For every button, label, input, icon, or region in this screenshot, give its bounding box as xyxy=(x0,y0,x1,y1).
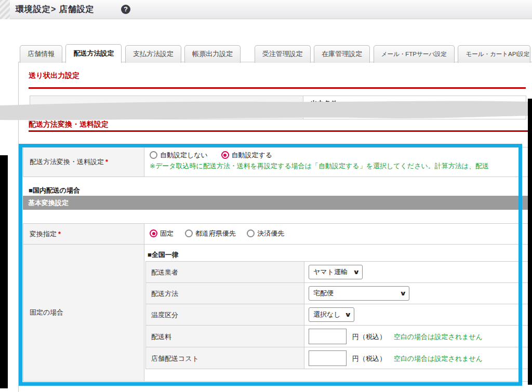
shipping-method-label-cell: 配送方法 xyxy=(145,282,304,304)
conversion-type-label-cell: 変換指定* xyxy=(23,223,144,245)
shipping-fee-value-cell: 円（税込） 空白の場合は設定されません xyxy=(304,325,528,347)
prefecture-priority-label: 都道府県優先 xyxy=(195,229,236,237)
tab-order-management[interactable]: 受注管理設定 xyxy=(255,45,311,63)
tab-store-info[interactable]: 店舗情報 xyxy=(20,45,62,63)
fixed-case-label: 固定の場合 xyxy=(30,308,63,317)
page-title: 環境設定> 店舗設定 xyxy=(16,4,95,15)
shipping-method-value-cell: 宅配便 ∨ xyxy=(304,282,528,304)
tab-mall-cart-api[interactable]: モール・カートAPI設定 xyxy=(458,45,530,63)
help-icon[interactable]: ? xyxy=(121,5,130,14)
shipping-conversion-label-cell: 配送方法変換・送料設定* xyxy=(23,147,144,177)
right-black-bar xyxy=(528,99,532,385)
tab-stock-management[interactable]: 在庫管理設定 xyxy=(314,45,370,63)
conversion-type-label: 変換指定 xyxy=(30,230,57,238)
shipping-method-select-value: 宅配便 xyxy=(313,289,334,298)
shipping-conversion-label: 配送方法変換・送料設定 xyxy=(30,158,104,166)
temperature-select[interactable]: 選択なし ∨ xyxy=(309,307,354,322)
section-title-invoice-output: 送り状出力設定 xyxy=(29,71,79,80)
temperature-value-cell: 選択なし ∨ xyxy=(304,304,528,326)
shipping-fee-unit: 円（税込） xyxy=(352,332,386,342)
payment-priority-radio[interactable] xyxy=(247,229,255,237)
fixed-radio[interactable] xyxy=(150,229,157,237)
shipping-fee-input[interactable] xyxy=(309,329,347,344)
fixed-case-label-cell: 固定の場合 xyxy=(23,244,144,382)
store-shipping-cost-value-cell: 円（税込） 空白の場合は設定されません xyxy=(304,347,528,369)
carrier-value-cell: ヤマト運輸 ∨ xyxy=(304,261,528,283)
conversion-type-value-cell: 固定 都道府県優先 決済優先 xyxy=(144,223,528,245)
section-rule-invoice-output xyxy=(29,87,526,89)
tab-payment-method[interactable]: 支払方法設定 xyxy=(125,45,181,63)
auto-off-radio[interactable] xyxy=(150,151,157,159)
domestic-shipping-heading: ■国内配送の場合 xyxy=(29,186,80,195)
left-black-bar xyxy=(0,155,8,388)
store-shipping-cost-note: 空白の場合は設定されません xyxy=(394,354,483,363)
page-header: 環境設定> 店舗設定 ? xyxy=(0,0,532,19)
auto-off-label: 自動設定しない xyxy=(160,151,208,159)
auto-on-label: 自動設定する xyxy=(232,151,273,159)
basic-conversion-bar: 基本変換設定 xyxy=(23,196,528,210)
payment-priority-label: 決済優先 xyxy=(257,229,284,237)
settings-tabbar: 店舗情報 配送方法設定 支払方法設定 帳票出力設定 受注管理設定 在庫管理設定 … xyxy=(20,44,531,62)
fixed-radio-label: 固定 xyxy=(160,229,174,237)
carrier-select-value: ヤマト運輸 xyxy=(313,267,348,277)
store-shipping-cost-input[interactable] xyxy=(309,350,347,366)
header-stripe-decoration xyxy=(0,0,10,19)
shipping-method-select[interactable]: 宅配便 ∨ xyxy=(309,286,409,301)
carrier-select[interactable]: ヤマト運輸 ∨ xyxy=(309,265,363,279)
nationwide-flat-heading: ■全国一律 xyxy=(148,250,179,260)
store-shipping-cost-unit: 円（税込） xyxy=(352,354,386,363)
chevron-down-icon: ∨ xyxy=(400,290,407,297)
tab-shipping-method[interactable]: 配送方法設定 xyxy=(65,44,122,63)
section-title-shipping-conversion: 配送方法変換・送料設定 xyxy=(29,120,109,129)
auto-on-radio[interactable] xyxy=(221,151,229,159)
auto-setting-note: ※データ取込時に配送方法・送料を再設定する場合は「自動設定する」を選択してくださ… xyxy=(150,161,528,171)
required-asterisk: * xyxy=(58,230,61,238)
required-asterisk: * xyxy=(105,158,108,166)
prefecture-priority-radio[interactable] xyxy=(185,229,193,237)
carrier-label-cell: 配送業者 xyxy=(145,261,304,283)
store-shipping-cost-label-cell: 店舗配送コスト xyxy=(145,347,304,369)
shipping-fee-label-cell: 配送料 xyxy=(145,325,304,347)
section-rule-shipping-conversion xyxy=(29,130,528,132)
shipping-conversion-value-cell: 自動設定しない 自動設定する ※データ取込時に配送方法・送料を再設定する場合は「… xyxy=(144,147,528,177)
tab-form-output[interactable]: 帳票出力設定 xyxy=(184,45,241,63)
shipping-fee-note: 空白の場合は設定されません xyxy=(394,332,483,342)
chevron-down-icon: ∨ xyxy=(344,311,352,318)
temperature-label-cell: 温度区分 xyxy=(145,304,304,326)
invoice-table-output-condition: ■出力条件 xyxy=(303,96,526,119)
tab-mail-ftp-server[interactable]: メール・FTPサーバ設定 xyxy=(374,45,455,63)
invoice-table-label-cell xyxy=(30,96,303,119)
chevron-down-icon: ∨ xyxy=(353,268,360,276)
temperature-select-value: 選択なし xyxy=(313,310,341,319)
